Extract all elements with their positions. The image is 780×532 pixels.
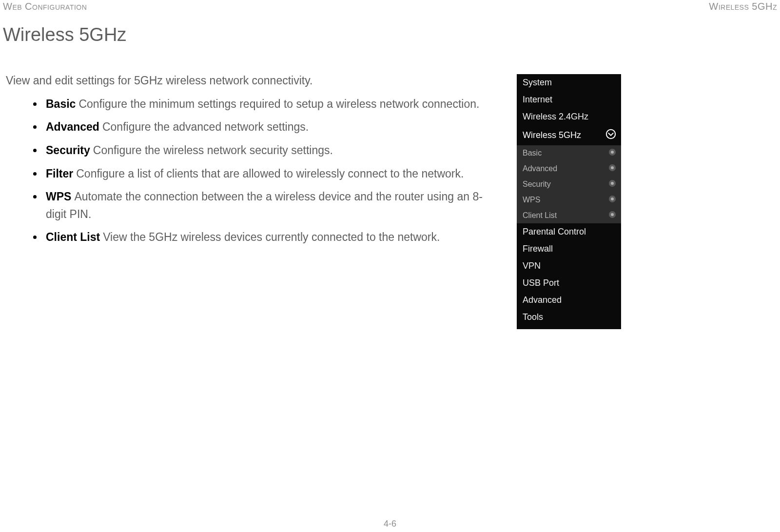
sidebar-item-label: Internet bbox=[523, 95, 552, 105]
svg-point-8 bbox=[611, 197, 614, 200]
sidebar-subitem-basic[interactable]: Basic bbox=[517, 145, 621, 161]
svg-point-0 bbox=[606, 130, 615, 138]
list-item-term: Filter bbox=[46, 167, 73, 180]
sidebar-item-label: Wireless 2.4GHz bbox=[523, 112, 588, 122]
sidebar-item-firewall[interactable]: Firewall bbox=[517, 240, 621, 257]
list-item: WPSAutomate the connection between the a… bbox=[35, 188, 503, 223]
svg-point-6 bbox=[611, 182, 614, 185]
page-title: Wireless 5GHz bbox=[3, 24, 126, 45]
sidebar-item-advanced[interactable]: Advanced bbox=[517, 292, 621, 309]
sidebar-item-label: Parental Control bbox=[523, 227, 586, 237]
header-left: Web Configuration bbox=[3, 1, 87, 12]
sidebar-item-label: VPN bbox=[523, 261, 541, 271]
radio-icon bbox=[608, 179, 616, 189]
sidebar-item-internet[interactable]: Internet bbox=[517, 91, 621, 108]
sidebar-item-label: Advanced bbox=[523, 295, 562, 305]
sidebar-submenu-wireless-5ghz: Basic Advanced Security WPS bbox=[517, 145, 621, 223]
list-item-term: Client List bbox=[46, 231, 100, 243]
header-right: Wireless 5GHz bbox=[709, 1, 777, 12]
sidebar-item-vpn[interactable]: VPN bbox=[517, 257, 621, 275]
sidebar-item-label: Firewall bbox=[523, 244, 553, 254]
sidebar-item-usb-port[interactable]: USB Port bbox=[517, 275, 621, 292]
sidebar-subitem-advanced[interactable]: Advanced bbox=[517, 161, 621, 177]
list-item-desc: Configure the minimum settings required … bbox=[78, 98, 479, 110]
radio-icon bbox=[608, 148, 616, 158]
sidebar-item-label: Wireless 5GHz bbox=[523, 130, 581, 140]
sidebar-subitem-label: Security bbox=[523, 180, 551, 189]
sidebar-item-parental-control[interactable]: Parental Control bbox=[517, 223, 621, 240]
sidebar-item-system[interactable]: System bbox=[517, 74, 621, 91]
list-item-desc: Configure a list of clients that are all… bbox=[76, 167, 464, 180]
sidebar-item-label: USB Port bbox=[523, 278, 559, 288]
sidebar-subitem-label: Basic bbox=[523, 149, 542, 158]
radio-icon bbox=[608, 164, 616, 174]
svg-point-4 bbox=[611, 166, 614, 169]
sidebar-subitem-security[interactable]: Security bbox=[517, 177, 621, 192]
sidebar-subitem-label: Client List bbox=[523, 211, 557, 220]
sidebar-subitem-label: WPS bbox=[523, 196, 540, 204]
list-item: FilterConfigure a list of clients that a… bbox=[35, 165, 503, 183]
list-item-term: Advanced bbox=[46, 120, 99, 133]
list-item-desc: View the 5GHz wireless devices currently… bbox=[103, 231, 440, 243]
page-number: 4-6 bbox=[0, 519, 780, 529]
sidebar-item-label: Tools bbox=[523, 312, 543, 322]
list-item-term: Basic bbox=[46, 98, 76, 110]
svg-point-2 bbox=[611, 151, 614, 154]
sidebar-subitem-client-list[interactable]: Client List bbox=[517, 208, 621, 223]
content-block: View and edit settings for 5GHz wireless… bbox=[6, 72, 503, 252]
sidebar-subitem-wps[interactable]: WPS bbox=[517, 192, 621, 208]
list-item-term: Security bbox=[46, 144, 90, 157]
sidebar-item-label: System bbox=[523, 78, 552, 88]
sidebar-item-wireless-5ghz[interactable]: Wireless 5GHz bbox=[517, 125, 621, 145]
list-item: AdvancedConfigure the advanced network s… bbox=[35, 118, 503, 136]
list-item: BasicConfigure the minimum settings requ… bbox=[35, 96, 503, 113]
list-item-desc: Configure the wireless network security … bbox=[93, 144, 333, 157]
radio-icon bbox=[608, 211, 616, 220]
list-item: SecurityConfigure the wireless network s… bbox=[35, 142, 503, 159]
list-item: Client ListView the 5GHz wireless device… bbox=[35, 229, 503, 246]
sidebar-item-wireless-24ghz[interactable]: Wireless 2.4GHz bbox=[517, 108, 621, 125]
list-item-term: WPS bbox=[46, 190, 71, 203]
sidebar-item-tools[interactable]: Tools bbox=[517, 309, 621, 329]
list-item-desc: Configure the advanced network settings. bbox=[102, 120, 309, 133]
chevron-down-icon bbox=[605, 129, 616, 142]
intro-text: View and edit settings for 5GHz wireless… bbox=[6, 72, 503, 90]
list-item-desc: Automate the connection between the a wi… bbox=[46, 190, 483, 220]
sidebar-subitem-label: Advanced bbox=[523, 164, 557, 173]
svg-point-10 bbox=[611, 213, 614, 216]
radio-icon bbox=[608, 195, 616, 205]
sidebar-nav: System Internet Wireless 2.4GHz Wireless… bbox=[517, 74, 621, 329]
bullet-list: BasicConfigure the minimum settings requ… bbox=[6, 96, 503, 246]
